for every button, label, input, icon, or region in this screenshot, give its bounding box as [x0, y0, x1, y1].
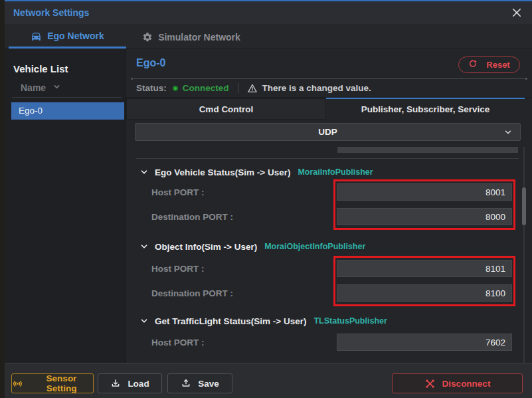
- destination-port-input[interactable]: [337, 284, 512, 302]
- reset-button[interactable]: Reset: [458, 56, 520, 73]
- host-port-input[interactable]: [337, 183, 512, 201]
- chevron-down-icon: [503, 128, 513, 139]
- network-settings-dialog: Network Settings Ego Network Simulator N…: [5, 0, 532, 398]
- sensor-setting-label: Sensor Setting: [30, 373, 93, 393]
- network-x-icon: [424, 378, 436, 389]
- host-port-input[interactable]: [337, 260, 512, 277]
- main-panel: Ego-0 Reset Status: Connected There is a…: [126, 49, 532, 363]
- publisher-name: MoraiObjectInfoPublisher: [264, 242, 365, 251]
- destination-port-label: Destination PORT :: [151, 208, 233, 225]
- chevron-down-icon[interactable]: [139, 167, 149, 177]
- footer-bar: Sensor Setting Load Save Disconnect: [5, 363, 532, 398]
- chevron-down-icon[interactable]: [139, 242, 149, 251]
- chevron-down-icon: [52, 82, 61, 93]
- titlebar: Network Settings: [5, 1, 532, 25]
- partially-visible-input: [337, 147, 518, 153]
- destination-port-input[interactable]: [337, 208, 512, 225]
- scrollbar-thumb[interactable]: [522, 187, 526, 225]
- network-settings-window: Network Settings Ego Network Simulator N…: [0, 0, 532, 398]
- vehicle-list-title: Vehicle List: [13, 63, 68, 74]
- status-label: Status:: [136, 83, 167, 93]
- window-title: Network Settings: [13, 7, 89, 18]
- load-label: Load: [128, 379, 149, 389]
- tab-ego-network[interactable]: Ego Network: [9, 25, 126, 49]
- content-divider: [136, 158, 519, 159]
- section-trafficlight-status-header: Get TrafficLight Status(Sim -> User) TLS…: [139, 315, 387, 327]
- car-icon: [31, 31, 42, 42]
- tab-simulator-network-label: Simulator Network: [158, 32, 240, 43]
- subtab-publisher-subscriber-service[interactable]: Publisher, Subscriber, Service: [326, 98, 525, 120]
- gear-icon: [142, 32, 153, 43]
- control-subtabs: Cmd Control Publisher, Subscriber, Servi…: [126, 98, 525, 120]
- vehicle-list-panel: Vehicle List Name Ego-0: [5, 49, 126, 363]
- name-sort-header[interactable]: Name: [21, 82, 61, 93]
- sidebar-divider: [12, 97, 122, 98]
- save-label: Save: [198, 379, 219, 389]
- disconnect-button[interactable]: Disconnect: [392, 373, 523, 393]
- host-port-label: Host PORT :: [151, 183, 205, 201]
- section-ego-vehicle-status-header: Ego Vehicle Status(Sim -> User) MoraiInf…: [139, 166, 373, 178]
- refresh-icon: [468, 59, 478, 70]
- upload-icon: [181, 378, 191, 389]
- network-tabbar: Ego Network Simulator Network: [5, 25, 532, 49]
- section-title: Ego Vehicle Status(Sim -> User): [155, 167, 290, 177]
- destination-port-label: Destination PORT :: [151, 284, 233, 302]
- window-left-edge: [0, 0, 5, 398]
- status-row: Status: Connected There is a changed val…: [126, 79, 532, 98]
- tab-simulator-network[interactable]: Simulator Network: [126, 25, 256, 49]
- save-button[interactable]: Save: [167, 373, 232, 393]
- broadcast-icon: [12, 378, 23, 389]
- host-port-label: Host PORT :: [151, 334, 205, 351]
- tab-ego-network-label: Ego Network: [47, 31, 104, 41]
- status-green-dot-icon: [173, 86, 178, 91]
- protocol-select[interactable]: UDP: [135, 123, 521, 141]
- download-icon: [110, 378, 121, 389]
- load-button[interactable]: Load: [98, 373, 162, 393]
- chevron-down-icon[interactable]: [139, 316, 149, 326]
- sensor-setting-button[interactable]: Sensor Setting: [11, 373, 94, 393]
- section-object-info-header: Object Info(Sim -> User) MoraiObjectInfo…: [139, 241, 365, 252]
- name-column-label: Name: [21, 82, 46, 93]
- close-x-icon: [511, 11, 523, 21]
- host-port-input[interactable]: [337, 334, 512, 351]
- status-value: Connected: [183, 83, 229, 93]
- status-separator: [238, 83, 238, 93]
- reset-label: Reset: [486, 60, 509, 70]
- vehicle-title: Ego-0: [136, 57, 165, 69]
- changed-value-warning: There is a changed value.: [262, 83, 371, 93]
- publisher-name: TLStatusPublisher: [313, 316, 387, 326]
- scrollbar-track[interactable]: [523, 147, 525, 394]
- protocol-select-value: UDP: [318, 127, 337, 137]
- host-port-label: Host PORT :: [151, 260, 205, 277]
- section-title: Get TrafficLight Status(Sim -> User): [155, 316, 306, 326]
- vehicle-list-item-ego-0[interactable]: Ego-0: [11, 102, 124, 120]
- section-title: Object Info(Sim -> User): [155, 242, 257, 252]
- publisher-name: MoraiInfoPublisher: [298, 167, 373, 177]
- subtab-cmd-control[interactable]: Cmd Control: [126, 98, 326, 120]
- close-button[interactable]: [509, 6, 524, 21]
- disconnect-label: Disconnect: [442, 379, 491, 389]
- warning-triangle-icon: [247, 83, 258, 94]
